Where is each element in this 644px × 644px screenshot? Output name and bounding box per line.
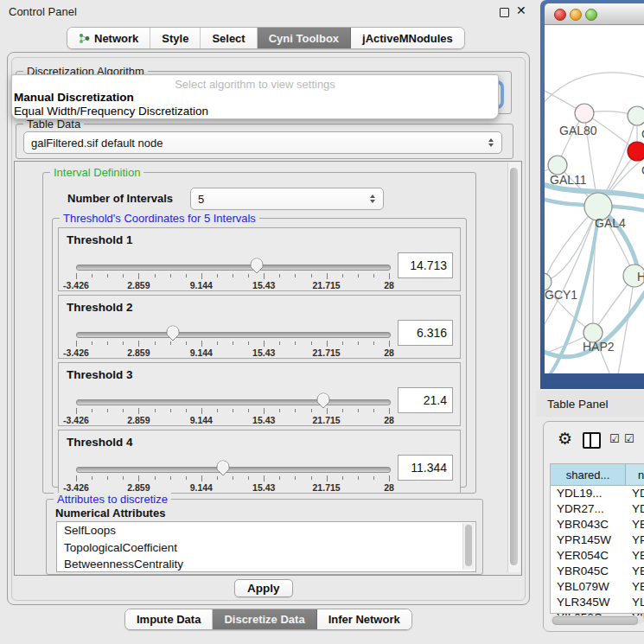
threshold-value-field[interactable]: 6.316 xyxy=(398,320,453,346)
table-row[interactable]: YLR345WYLR3 xyxy=(551,595,644,610)
dropdown-option-equal-width[interactable]: Equal Width/Frequency Discretization xyxy=(14,105,208,118)
settings-scroll-panel: Interval Definition Number of Intervals … xyxy=(14,161,522,576)
cell-shared-name[interactable]: YER054C xyxy=(551,548,626,564)
checkbox-icon-1[interactable]: ☑ xyxy=(609,432,621,445)
group-title: Interval Definition xyxy=(50,166,143,179)
slider-track[interactable] xyxy=(76,265,391,271)
column-header-shared[interactable]: shared... xyxy=(551,464,626,485)
cell-name[interactable]: YBR0 xyxy=(626,564,644,579)
tab-infer-network[interactable]: Infer Network xyxy=(317,609,411,629)
vertical-scrollbar[interactable] xyxy=(507,163,520,572)
close-traffic-light-icon[interactable] xyxy=(554,9,566,21)
threshold-panel: Threshold 3 -3.4262.8599.14415.4321.7152… xyxy=(58,362,461,426)
tab-discretize-data[interactable]: Discretize Data xyxy=(213,609,316,629)
scrollbar-thumb[interactable] xyxy=(510,168,518,565)
gear-icon[interactable]: ⚙ xyxy=(558,429,572,449)
network-canvas[interactable]: GAL80 G C GAL11 GAL4 GCY1 H HAP2 xyxy=(545,25,644,373)
apply-button[interactable]: Apply xyxy=(234,579,293,597)
scale-label: 21.715 xyxy=(313,280,341,290)
table-row[interactable]: YER054CYER0 xyxy=(551,548,644,564)
threshold-value-field[interactable]: 21.4 xyxy=(398,387,453,413)
table-row[interactable]: YDR27...YDR2 xyxy=(551,501,644,517)
dropdown-option-manual-discretization[interactable]: Manual Discretization xyxy=(14,91,134,104)
scrollbar-thumb[interactable] xyxy=(552,616,638,625)
cell-shared-name[interactable]: YPR145W xyxy=(551,532,626,548)
node-attribute-table[interactable]: shared... name YDL19...YDL1YDR27...YDR2Y… xyxy=(550,463,644,614)
minimize-traffic-light-icon[interactable] xyxy=(570,9,582,21)
threshold-value-field[interactable]: 11.344 xyxy=(398,455,453,481)
network-view-window[interactable]: GAL80 G C GAL11 GAL4 GCY1 H HAP2 xyxy=(540,0,644,389)
group-title: Attributes to discretize xyxy=(54,493,171,506)
cell-name[interactable]: YDL1 xyxy=(626,486,644,501)
horizontal-scrollbar[interactable] xyxy=(551,615,644,624)
attribute-list-item[interactable]: TopologicalCoefficient xyxy=(57,539,475,557)
table-row[interactable]: YBL079WYBL0 xyxy=(551,579,644,595)
close-icon[interactable]: ✕ xyxy=(516,3,526,17)
numerical-attributes-list[interactable]: SelfLoopsTopologicalCoefficientBetweenne… xyxy=(56,521,476,572)
node-gal11[interactable] xyxy=(548,156,567,175)
cell-shared-name[interactable]: YDR27... xyxy=(551,501,626,517)
numerical-attributes-label: Numerical Attributes xyxy=(55,507,165,520)
network-window-titlebar[interactable] xyxy=(545,3,644,25)
cell-name[interactable]: YLR3 xyxy=(626,595,644,610)
tab-impute-data[interactable]: Impute Data xyxy=(125,609,213,629)
cell-name[interactable]: YBL0 xyxy=(626,579,644,595)
node-gal80[interactable] xyxy=(575,104,594,123)
attribute-list-item[interactable]: SelfLoops xyxy=(57,522,475,539)
zoom-traffic-light-icon[interactable] xyxy=(585,9,597,21)
list-scrollbar[interactable] xyxy=(462,523,475,570)
slider-track[interactable] xyxy=(76,399,391,405)
slider[interactable]: -3.4262.8599.14415.4321.71528 xyxy=(76,394,389,424)
cell-name[interactable]: YDR2 xyxy=(626,501,644,517)
table-data-combobox[interactable]: galFiltered.sif default node xyxy=(23,131,502,154)
slider[interactable]: -3.4262.8599.14415.4321.71528 xyxy=(76,259,389,289)
node-selected-red[interactable] xyxy=(628,142,644,161)
scale-label: 2.859 xyxy=(127,280,150,290)
slider-scale-labels: -3.4262.8599.14415.4321.71528 xyxy=(76,415,389,425)
combobox-value: galFiltered.sif default node xyxy=(24,137,484,150)
table-row[interactable]: YBR043CYBR0 xyxy=(551,517,644,532)
slider-track[interactable] xyxy=(76,467,391,473)
group-title: Table Data xyxy=(23,118,84,131)
cell-shared-name[interactable]: YBR043C xyxy=(551,517,626,532)
table-row[interactable]: YPR145WYPR1 xyxy=(551,532,644,548)
scrollbar-thumb[interactable] xyxy=(465,525,472,566)
checkbox-icon-2[interactable]: ☑ xyxy=(624,432,635,445)
cell-name[interactable]: YER0 xyxy=(626,548,644,564)
slider-ticks xyxy=(76,273,389,280)
thresholds-group: Threshold's Coordinates for 5 Intervals … xyxy=(52,218,467,488)
tab-style[interactable]: Style xyxy=(150,28,201,48)
cell-shared-name[interactable]: YBL079W xyxy=(551,579,626,595)
tick-mark xyxy=(123,341,124,345)
column-header-name[interactable]: name xyxy=(626,464,644,485)
screen: { "icons": {"gear": "⚙", "checkbox": "☑"… xyxy=(0,0,644,644)
cell-name[interactable]: YBR0 xyxy=(626,517,644,532)
num-intervals-spinner[interactable]: 5 xyxy=(190,188,384,210)
split-columns-icon[interactable] xyxy=(583,432,601,449)
tab-jactivemnodules[interactable]: jActiveMNodules xyxy=(351,28,464,48)
slider-track[interactable] xyxy=(76,332,391,338)
node-top-right[interactable] xyxy=(628,106,644,125)
tab-select[interactable]: Select xyxy=(201,28,257,48)
cell-name[interactable]: YPR1 xyxy=(626,532,644,548)
table-row[interactable]: YDL19...YDL1 xyxy=(551,486,644,501)
slider[interactable]: -3.4262.8599.14415.4321.71528 xyxy=(76,327,389,356)
tick-mark xyxy=(170,476,171,480)
scale-label: 15.43 xyxy=(252,280,275,290)
slider-scale-labels: -3.4262.8599.14415.4321.71528 xyxy=(76,348,389,358)
slider[interactable]: -3.4262.8599.14415.4321.71528 xyxy=(76,462,389,491)
tick-mark xyxy=(170,274,171,277)
attribute-list-item[interactable]: BetweennessCentrality xyxy=(57,556,475,572)
threshold-value-field[interactable]: 14.713 xyxy=(398,252,453,278)
float-window-icon[interactable] xyxy=(500,8,509,17)
tab-cyni-toolbox[interactable]: Cyni Toolbox xyxy=(258,28,351,48)
table-row[interactable]: YBR045CYBR0 xyxy=(551,564,644,579)
cell-shared-name[interactable]: YLR345W xyxy=(551,595,626,610)
tick-mark xyxy=(358,409,359,412)
algorithm-dropdown-popup: Select algorithm to view settings Manual… xyxy=(11,74,499,119)
cell-shared-name[interactable]: YBR045C xyxy=(551,564,626,579)
scale-label: 21.715 xyxy=(313,415,341,425)
tab-network[interactable]: Network xyxy=(67,28,150,48)
cell-shared-name[interactable]: YDL19... xyxy=(551,486,626,501)
threshold-label: Threshold 3 xyxy=(67,368,133,381)
